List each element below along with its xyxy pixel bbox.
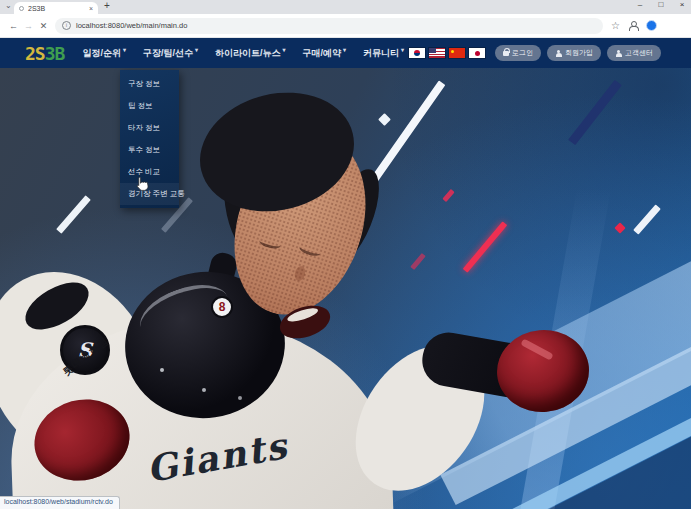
red-diamond (614, 222, 625, 233)
chevron-down-icon: ▾ (123, 47, 126, 53)
tab-title: 2S3B (28, 5, 45, 12)
flag-south-korea-icon[interactable] (409, 48, 425, 58)
person-icon (615, 50, 622, 57)
chevron-down-icon: ▾ (343, 47, 346, 53)
white-diamond (378, 113, 391, 126)
dropdown-item-stadium-info[interactable]: 구장 정보 (120, 73, 179, 95)
chevron-down-icon: ▾ (195, 47, 198, 53)
nav-item-highlight-news[interactable]: 하이라이트/뉴스▾ (215, 46, 286, 60)
tab-search-icon[interactable]: ⌄ (5, 1, 12, 11)
red-streak (442, 189, 454, 202)
site-logo[interactable]: 2S3B (25, 43, 64, 64)
lock-icon (503, 51, 509, 56)
browser-tabstrip: ⌄ 2S3B × + – □ × (0, 0, 691, 14)
browser-tab[interactable]: 2S3B × (14, 2, 98, 14)
helmet-badge: 8 (211, 296, 233, 318)
customer-center-button[interactable]: 고객센터 (607, 45, 661, 61)
signup-button[interactable]: 회원가입 (547, 45, 601, 61)
red-streak (410, 253, 425, 270)
dropdown-item-team-info[interactable]: 팀 정보 (120, 95, 179, 117)
navy-streak (568, 80, 622, 145)
white-streak (56, 195, 91, 234)
dropdown-item-pitcher-info[interactable]: 투수 정보 (120, 139, 179, 161)
maximize-button[interactable]: □ (656, 0, 666, 9)
helmet-reflections (160, 368, 164, 372)
account-buttons: 로그인 회원가입 고객센터 (495, 45, 661, 61)
browser-avatar[interactable] (646, 20, 657, 31)
nav-item-stadium-team-player[interactable]: 구장/팀/선수▾ (143, 46, 198, 60)
close-button[interactable]: × (677, 0, 687, 9)
flag-japan-icon[interactable] (469, 48, 485, 58)
red-streak (463, 221, 507, 272)
dropdown-item-batter-info[interactable]: 타자 정보 (120, 117, 179, 139)
tab-close-icon[interactable]: × (89, 5, 93, 12)
nav-item-schedule-rank[interactable]: 일정/순위▾ (82, 46, 126, 60)
window-controls: – □ × (635, 0, 687, 9)
person-icon (555, 50, 562, 57)
url-text[interactable]: localhost:8080/web/main/main.do (76, 21, 187, 30)
profile-outline-icon[interactable] (629, 21, 638, 30)
browser-urlbar: ← → ✕ i localhost:8080/web/main/main.do … (0, 14, 691, 38)
flag-united-states-icon[interactable] (429, 48, 445, 58)
stop-reload-icon[interactable]: ✕ (36, 21, 51, 31)
nav-item-purchase-reservation[interactable]: 구매/예약▾ (302, 46, 346, 60)
chevron-down-icon: ▾ (401, 47, 404, 53)
site-navbar: 2S3B 일정/순위▾ 구장/팀/선수▾ 하이라이트/뉴스▾ 구매/예약▾ 커뮤… (0, 38, 691, 68)
bookmark-star-icon[interactable]: ☆ (611, 20, 620, 31)
login-button[interactable]: 로그인 (495, 45, 541, 61)
back-icon[interactable]: ← (6, 21, 21, 31)
hero-banner: S 롯데백화점 Giants 8 구장 정보 팀 정보 타자 정보 투수 정보 … (0, 68, 691, 509)
minimize-button[interactable]: – (635, 0, 645, 9)
status-link-tooltip: localhost:8080/web/stadium/rctv.do (0, 496, 120, 509)
flag-china-icon[interactable] (449, 48, 465, 58)
nav-item-community[interactable]: 커뮤니티▾ (363, 46, 404, 60)
address-bar[interactable]: i localhost:8080/web/main/main.do (55, 18, 603, 34)
language-flags (409, 48, 485, 58)
new-tab-button[interactable]: + (104, 0, 110, 11)
cursor-hand-icon (134, 176, 150, 192)
forward-icon[interactable]: → (21, 21, 36, 31)
main-menu: 일정/순위▾ 구장/팀/선수▾ 하이라이트/뉴스▾ 구매/예약▾ 커뮤니티▾ (82, 46, 404, 60)
chevron-down-icon: ▾ (282, 47, 285, 53)
site-info-icon[interactable]: i (62, 21, 71, 30)
white-streak (633, 204, 661, 234)
tab-favicon (19, 6, 24, 11)
